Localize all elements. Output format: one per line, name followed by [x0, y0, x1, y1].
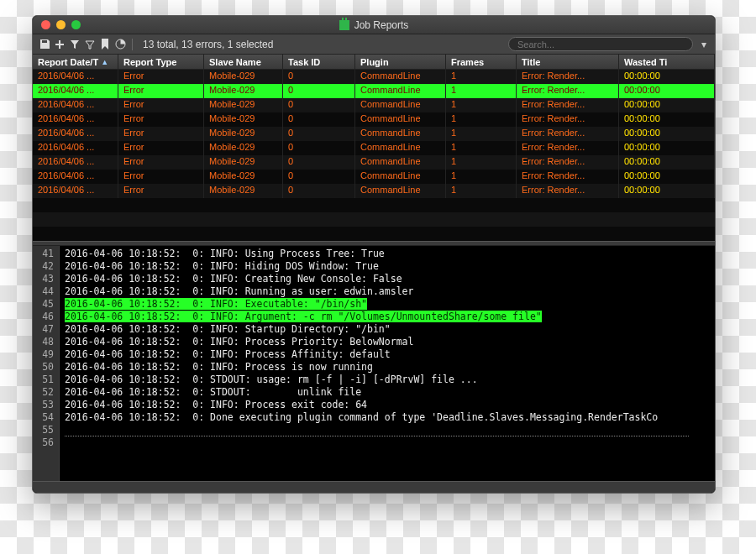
cell: 00:00:00	[619, 170, 715, 184]
cell: Mobile-029	[204, 98, 283, 112]
cell: 0	[283, 170, 355, 184]
cell: 00:00:00	[619, 155, 715, 170]
line-number: 54	[33, 411, 54, 424]
search-input[interactable]	[508, 37, 693, 51]
line-number: 45	[33, 298, 54, 311]
cell: 1	[446, 141, 517, 155]
line-number: 41	[33, 248, 54, 260]
filter-icon[interactable]	[68, 38, 81, 51]
line-number: 56	[33, 436, 54, 449]
cell: 1	[446, 170, 517, 184]
col-plugin[interactable]: Plugin	[355, 55, 446, 69]
line-number: 42	[33, 260, 54, 273]
cell: 2016/04/06 ...	[33, 112, 118, 127]
cell: Mobile-029	[204, 127, 283, 141]
cell: Mobile-029	[204, 84, 283, 98]
add-icon[interactable]	[53, 38, 66, 51]
cell: CommandLine	[355, 127, 446, 141]
cell: Mobile-029	[204, 112, 283, 127]
table-row[interactable]: 2016/04/06 ...ErrorMobile-0290CommandLin…	[33, 70, 715, 84]
log-line: 2016-04-06 10:18:52: 0: INFO: Process Pr…	[65, 336, 715, 348]
col-title[interactable]: Title	[517, 55, 619, 69]
cell: 2016/04/06 ...	[33, 84, 118, 98]
log-line: 2016-04-06 10:18:52: 0: STDOUT: unlink f…	[65, 386, 715, 399]
horizontal-scrollbar[interactable]	[33, 481, 715, 493]
cell: Error	[118, 112, 204, 127]
log-line: 2016-04-06 10:18:52: 0: INFO: Using Proc…	[65, 248, 715, 260]
line-number: 53	[33, 399, 54, 411]
save-icon[interactable]	[38, 38, 51, 51]
col-report-date[interactable]: Report Date/T ▲	[33, 55, 118, 69]
col-report-type[interactable]: Report Type	[118, 55, 204, 69]
cell: Error: Render...	[517, 184, 619, 198]
log-line: 2016-04-06 10:18:52: 0: Done executing p…	[65, 411, 715, 424]
table-row[interactable]: 2016/04/06 ...ErrorMobile-0290CommandLin…	[33, 184, 715, 198]
close-icon[interactable]	[41, 20, 50, 29]
cell: 0	[283, 184, 355, 198]
line-number: 51	[33, 374, 54, 386]
log-line: 2016-04-06 10:18:52: 0: INFO: Creating N…	[65, 273, 715, 285]
table-row-empty	[33, 212, 715, 227]
window-title-text: Job Reports	[354, 19, 409, 31]
bookmark-icon[interactable]	[98, 38, 112, 51]
pie-icon[interactable]	[113, 38, 127, 51]
cell: 0	[283, 84, 355, 98]
cell: Mobile-029	[204, 184, 283, 198]
cell: 1	[446, 98, 517, 112]
job-reports-window: Job Reports 13 total, 13 errors, 1 selec…	[32, 15, 716, 494]
line-number: 49	[33, 348, 54, 361]
cell: 0	[283, 70, 355, 84]
log-line: 2016-04-06 10:18:52: 0: INFO: Process ex…	[65, 399, 715, 411]
table-row[interactable]: 2016/04/06 ...ErrorMobile-0290CommandLin…	[33, 141, 715, 155]
log-line: 2016-04-06 10:18:52: 0: INFO: Startup Di…	[65, 323, 715, 336]
table-row[interactable]: 2016/04/06 ...ErrorMobile-0290CommandLin…	[33, 112, 715, 127]
cell: Error: Render...	[517, 112, 619, 127]
line-number: 48	[33, 336, 54, 348]
cell: 2016/04/06 ...	[33, 141, 118, 155]
reports-table-body: 2016/04/06 ...ErrorMobile-0290CommandLin…	[33, 70, 715, 198]
zoom-icon[interactable]	[71, 20, 81, 29]
cell: 00:00:00	[619, 70, 715, 84]
funnel-icon[interactable]	[83, 38, 97, 51]
toolbar-separator	[132, 39, 133, 50]
cell: 00:00:00	[619, 112, 715, 127]
status-summary: 13 total, 13 errors, 1 selected	[143, 39, 273, 50]
line-number: 44	[33, 285, 54, 298]
col-wasted-time[interactable]: Wasted Ti	[619, 55, 715, 69]
cell: 2016/04/06 ...	[33, 98, 118, 112]
log-line: 2016-04-06 10:18:52: 0: INFO: Argument: …	[65, 311, 715, 323]
cell: 2016/04/06 ...	[33, 127, 118, 141]
col-slave-name[interactable]: Slave Name	[204, 55, 283, 69]
search-dropdown-icon[interactable]: ▾	[698, 39, 710, 50]
sort-asc-icon: ▲	[101, 58, 108, 66]
cell: 0	[283, 141, 355, 155]
table-row[interactable]: 2016/04/06 ...ErrorMobile-0290CommandLin…	[33, 155, 715, 170]
cell: CommandLine	[355, 141, 446, 155]
log-line: 2016-04-06 10:18:52: 0: STDOUT: usage: r…	[65, 374, 715, 386]
cell: 1	[446, 127, 517, 141]
table-row[interactable]: 2016/04/06 ...ErrorMobile-0290CommandLin…	[33, 98, 715, 112]
cell: Error	[118, 70, 204, 84]
traffic-lights	[33, 20, 81, 29]
line-number: 43	[33, 273, 54, 285]
cell: 0	[283, 127, 355, 141]
cell: Mobile-029	[204, 141, 283, 155]
log-line: 2016-04-06 10:18:52: 0: INFO: Hiding DOS…	[65, 260, 715, 273]
col-task-id[interactable]: Task ID	[283, 55, 355, 69]
cell: CommandLine	[355, 70, 446, 84]
table-empty-area	[33, 198, 715, 241]
cell: Mobile-029	[204, 170, 283, 184]
cell: CommandLine	[355, 98, 446, 112]
col-frames[interactable]: Frames	[446, 55, 517, 69]
table-row[interactable]: 2016/04/06 ...ErrorMobile-0290CommandLin…	[33, 84, 715, 98]
log-line: 2016-04-06 10:18:52: 0: INFO: Running as…	[65, 285, 715, 298]
cell: 2016/04/06 ...	[33, 70, 118, 84]
minimize-icon[interactable]	[56, 20, 66, 29]
toolbar: 13 total, 13 errors, 1 selected ▾	[33, 34, 715, 55]
log-lines[interactable]: 2016-04-06 10:18:52: 0: INFO: Using Proc…	[60, 246, 715, 481]
table-row[interactable]: 2016/04/06 ...ErrorMobile-0290CommandLin…	[33, 170, 715, 184]
cell: Error	[118, 84, 204, 98]
table-row[interactable]: 2016/04/06 ...ErrorMobile-0290CommandLin…	[33, 127, 715, 141]
cell: 1	[446, 155, 517, 170]
log-line: 2016-04-06 10:18:52: 0: INFO: Process Af…	[65, 348, 715, 361]
